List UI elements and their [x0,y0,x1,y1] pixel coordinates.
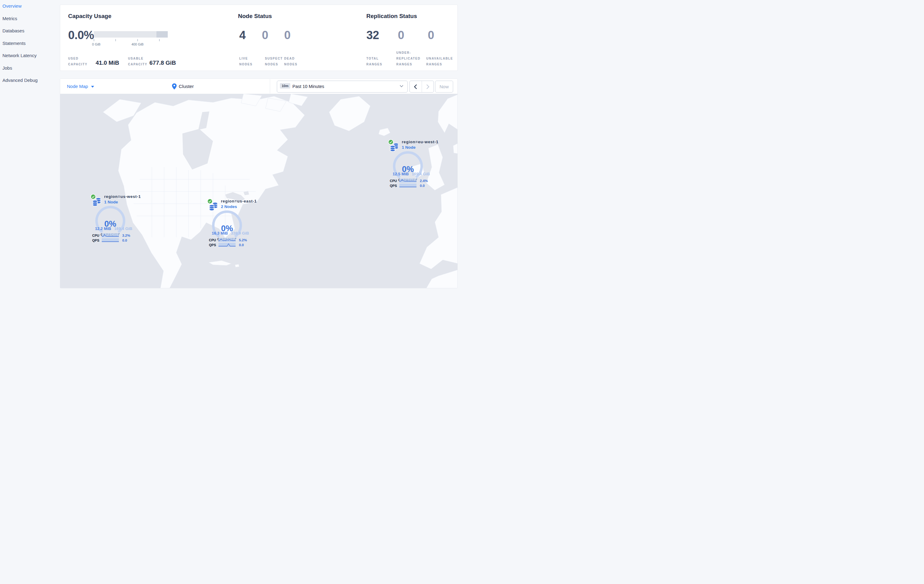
used-value: 12.5 MiB [393,172,409,176]
capacity-bar-reserved-segment [157,31,168,38]
sidebar-item-databases[interactable]: Databases [0,25,60,37]
usable-capacity-label: USABLE CAPACITY [128,56,149,67]
dead-nodes-count: 0 [284,29,290,42]
usable-value: 338.9 GiB [231,231,249,235]
qps-sparkline [102,238,119,242]
usable-value: 169.4 GiB [412,172,430,176]
region-nodes-link[interactable]: 1 Node [104,200,141,204]
time-range-badge: 10m [280,83,290,89]
time-range-dropdown[interactable]: 10m Past 10 Minutes [277,81,408,92]
live-nodes-count: 4 [239,29,246,42]
total-ranges-label: TOTAL RANGES [366,56,385,67]
used-value: 12.2 MiB [95,226,111,231]
qps-value: 0.0 [122,238,127,242]
cpu-sparkline [399,179,416,183]
axis-tick-label: 400 GiB [128,43,147,46]
view-selector-dropdown[interactable]: Node Map [67,79,94,94]
toolbar-divider [270,79,270,94]
sidebar-item-network-latency[interactable]: Network Latency [0,49,60,62]
usable-value: 169.4 GiB [114,226,132,231]
replication-status-title: Replication Status [366,13,417,20]
chevron-left-icon [414,84,417,89]
capacity-usage-title: Capacity Usage [68,13,112,20]
view-selector-label: Node Map [67,84,88,89]
capacity-values: 12.2 MiB 169.4 GiB [95,226,132,231]
cpu-sparkline [102,234,119,237]
region-nodes-link[interactable]: 2 Nodes [221,204,257,209]
cockroachdb-overview-page: Overview Metrics Databases Statements Ne… [0,0,462,292]
region-name: region=us-west-1 [104,194,141,199]
world-map-graphic [60,94,458,288]
qps-row: QPS 0.0 [91,238,136,242]
time-range-label: Past 10 Minutes [292,81,324,92]
used-value: 16.3 MiB [212,231,228,235]
usable-capacity-value: 677.8 GiB [149,59,176,66]
sidebar-item-overview[interactable]: Overview [0,0,60,13]
axis-tick [116,39,116,41]
chevron-down-icon [400,85,403,87]
capacity-percent: 0.0% [68,29,94,42]
capacity-values: 16.3 MiB 338.9 GiB [212,231,249,235]
region-nodes-link[interactable]: 1 Node [402,145,439,150]
time-prev-button[interactable] [410,81,422,92]
region-name: region=us-east-1 [221,199,257,204]
sidebar-nav: Overview Metrics Databases Statements Ne… [0,0,60,292]
qps-label: QPS [207,243,216,247]
qps-sparkline [399,184,416,188]
cpu-sparkline [218,238,236,242]
used-capacity-value: 41.0 MiB [96,59,119,66]
axis-tick-label: 0 GiB [87,43,106,46]
region-marker-text: region=eu-west-1 1 Node [402,140,439,150]
suspect-nodes-count: 0 [262,29,268,42]
sidebar-item-jobs[interactable]: Jobs [0,62,60,74]
unavailable-ranges-count: 0 [428,29,434,42]
node-map[interactable]: region=us-west-1 1 Node 0% CAPACITY 12.2… [60,94,458,288]
time-step-controls [409,81,434,92]
qps-value: 0.0 [420,184,425,188]
dead-nodes-label: DEAD NODES [284,56,302,67]
time-next-button[interactable] [422,81,434,92]
axis-tick [94,39,94,41]
chevron-down-icon [91,86,94,88]
cpu-row: CPU 5.2% [207,238,253,242]
live-nodes-label: LIVE NODES [239,56,257,67]
sidebar-item-advanced-debug[interactable]: Advanced Debug [0,74,60,87]
cpu-value: 2.4% [420,179,428,183]
map-toolbar: Node Map Cluster 10m Past 10 Minutes Now [60,79,457,94]
node-status-title: Node Status [238,13,272,20]
capacity-gauge: 0% CAPACITY [95,205,125,235]
chevron-right-icon [426,84,429,89]
cpu-label: CPU [388,179,397,183]
region-marker-text: region=us-west-1 1 Node [104,194,141,204]
qps-row: QPS 0.0 [388,184,434,188]
region-marker-text: region=us-east-1 2 Nodes [221,199,257,209]
capacity-gauge: 0% CAPACITY [212,209,242,240]
qps-value: 0.0 [239,243,244,247]
cpu-value: 3.2% [122,234,130,238]
sidebar-item-statements[interactable]: Statements [0,37,60,50]
qps-sparkline [218,243,236,247]
total-ranges-count: 32 [366,29,379,42]
map-pin-icon [172,83,177,89]
axis-tick [159,39,160,41]
cpu-value: 5.2% [239,238,247,242]
under-replicated-ranges-count: 0 [398,29,404,42]
capacity-bar [94,31,168,38]
suspect-nodes-label: SUSPECT NODES [265,56,283,67]
capacity-gauge: 0% CAPACITY [393,150,423,181]
cluster-summary-card: Capacity Usage 0.0% 0 GiB 400 GiB USED C… [60,5,458,71]
cpu-row: CPU 3.2% [91,234,136,238]
qps-label: QPS [388,184,397,188]
now-button[interactable]: Now [435,81,453,92]
capacity-values: 12.5 MiB 169.4 GiB [393,172,430,176]
breadcrumb[interactable]: Cluster [172,79,194,94]
region-name: region=eu-west-1 [402,140,439,144]
cpu-row: CPU 2.4% [388,179,434,183]
under-replicated-ranges-label: UNDER-REPLICATED RANGES [396,50,422,67]
sidebar-item-metrics[interactable]: Metrics [0,13,60,25]
cpu-label: CPU [91,234,99,238]
unavailable-ranges-label: UNAVAILABLE RANGES [426,56,454,67]
cpu-label: CPU [207,238,216,242]
breadcrumb-label: Cluster [179,84,194,89]
node-map-card: Node Map Cluster 10m Past 10 Minutes Now [60,79,458,288]
